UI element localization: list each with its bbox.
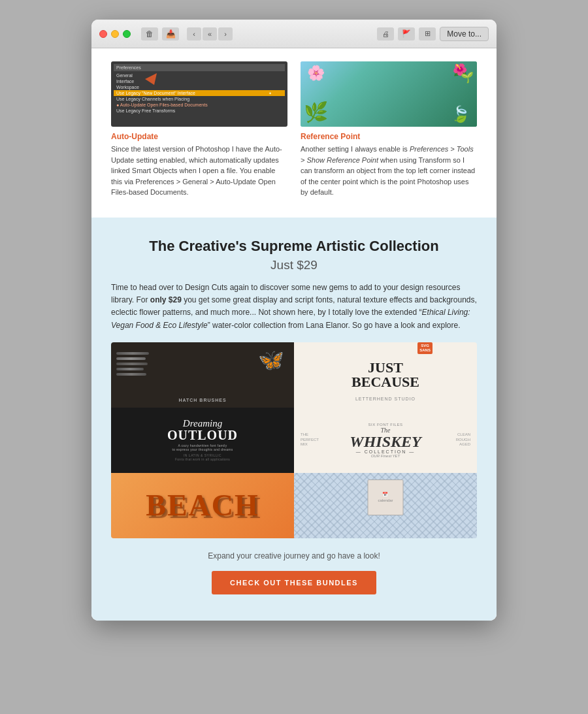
- because-text: BECAUSE: [351, 375, 419, 389]
- hatch-line-3: [116, 363, 148, 365]
- hatch-visual: [116, 352, 149, 376]
- hatch-line-4: [116, 368, 144, 370]
- fonts-label: Fonts that work in all applications: [167, 457, 238, 461]
- letterhend-label: LETTERHEND STUDIO: [355, 397, 416, 401]
- auto-update-body: Since the latest version of Photoshop I …: [111, 144, 287, 198]
- auto-update-title: Auto-Update: [111, 132, 287, 141]
- grid-cell-beach: BEACH: [111, 473, 294, 538]
- flag-icon[interactable]: 🚩: [398, 27, 415, 41]
- forward-arrow-icon[interactable]: ›: [218, 27, 233, 41]
- hatch-line-2: [116, 357, 146, 360]
- outloud-text: OUTLOUD: [167, 429, 238, 442]
- right-column: 🌸 🌺 🌿 🌱 🍃 Reference Point Another settin…: [301, 61, 477, 198]
- whiskey-text: WHISKEY: [298, 434, 473, 449]
- svg-marker-0: [145, 73, 157, 85]
- butterfly-decoration: 🦋: [258, 348, 284, 372]
- floral-image: 🌸 🌺 🌿 🌱 🍃: [301, 61, 477, 127]
- perfect-mix-label: THEPERFECTMIX: [301, 432, 319, 447]
- bundle-section: The Creative's Supreme Artistic Collecti…: [91, 218, 497, 621]
- minimize-button[interactable]: [111, 30, 119, 38]
- reference-point-body: Another setting I always enable is Prefe…: [301, 144, 477, 198]
- svg-sans-badge: SVGSANS: [417, 342, 433, 354]
- desktop-background: 🗑 📥 ‹ « › 🖨 🚩 ⊞ Move to...: [0, 0, 588, 714]
- top-section: Preferences General Interface Workspace …: [91, 48, 497, 218]
- grid-cell-dreaming: Dreaming OUTLOUD A cozy handwritten font…: [111, 408, 294, 473]
- reference-point-title: Reference Point: [301, 132, 477, 141]
- toolbar-right: 🖨 🚩 ⊞ Move to...: [377, 27, 489, 41]
- email-content: Preferences General Interface Workspace …: [91, 48, 497, 621]
- app-icon[interactable]: ⊞: [419, 27, 436, 41]
- back-double-arrow-icon[interactable]: «: [203, 27, 217, 41]
- left-column: Preferences General Interface Workspace …: [111, 61, 287, 198]
- collection-label: — COLLECTION —: [298, 449, 473, 454]
- dreaming-subtitle2: to express your thoughts and dreams: [167, 447, 238, 451]
- dreaming-text: Dreaming: [167, 419, 238, 429]
- dreaming-content: Dreaming OUTLOUD A cozy handwritten font…: [167, 419, 238, 461]
- expand-text: Expand your creative journey and go have…: [111, 551, 477, 560]
- cta-button[interactable]: CHECK OUT THESE BUNDLES: [212, 571, 376, 594]
- archive-icon[interactable]: 📥: [162, 27, 179, 41]
- move-to-button[interactable]: Move to...: [440, 27, 489, 41]
- two-column-layout: Preferences General Interface Workspace …: [111, 61, 477, 198]
- title-bar: 🗑 📥 ‹ « › 🖨 🚩 ⊞ Move to...: [91, 20, 497, 48]
- bundle-image-grid: 🦋 HATCH BRUSHES SVGSANS JUST BECAUSE LET…: [111, 342, 477, 538]
- grid-cell-just-because: SVGSANS JUST BECAUSE LETTERHEND STUDIO: [294, 342, 477, 408]
- grid-cell-pattern: 📅calendar: [294, 473, 477, 538]
- maximize-button[interactable]: [123, 30, 131, 38]
- back-arrow-icon[interactable]: ‹: [187, 27, 201, 41]
- grid-cell-hatch: 🦋 HATCH BRUSHES: [111, 342, 294, 408]
- just-text: JUST: [351, 361, 419, 375]
- beach-text: BEACH: [146, 488, 259, 523]
- bundle-body: Time to head over to Design Cuts again t…: [111, 282, 477, 332]
- bundle-title: The Creative's Supreme Artistic Collecti…: [111, 237, 477, 256]
- whiskey-content: SIX FONT FILES The WHISKEY — COLLECTION …: [298, 423, 473, 458]
- nav-arrows: ‹ « ›: [187, 27, 233, 41]
- hatch-line-5: [116, 373, 146, 376]
- clean-rough-label: CLEANROUGHAGED: [456, 432, 470, 447]
- grid-cell-whiskey: SIX FONT FILES The WHISKEY — COLLECTION …: [294, 408, 477, 473]
- hatch-line-1: [116, 352, 149, 355]
- bundle-price: Just $29: [111, 258, 477, 272]
- just-because-content: SVGSANS JUST BECAUSE: [351, 361, 419, 389]
- print-icon[interactable]: 🖨: [377, 27, 394, 41]
- traffic-lights: [99, 30, 131, 38]
- toolbar-icons: 🗑 📥: [141, 27, 179, 41]
- finest-label: OUR Finest YET: [298, 454, 473, 458]
- delete-icon[interactable]: 🗑: [141, 27, 158, 41]
- email-window: 🗑 📥 ‹ « › 🖨 🚩 ⊞ Move to...: [91, 20, 497, 621]
- hatch-label: HATCH BRUSHES: [178, 398, 226, 402]
- close-button[interactable]: [99, 30, 107, 38]
- cta-container: CHECK OUT THESE BUNDLES: [111, 571, 477, 594]
- photoshop-screenshot: Preferences General Interface Workspace …: [111, 61, 287, 127]
- calendar-decoration: 📅calendar: [368, 479, 404, 515]
